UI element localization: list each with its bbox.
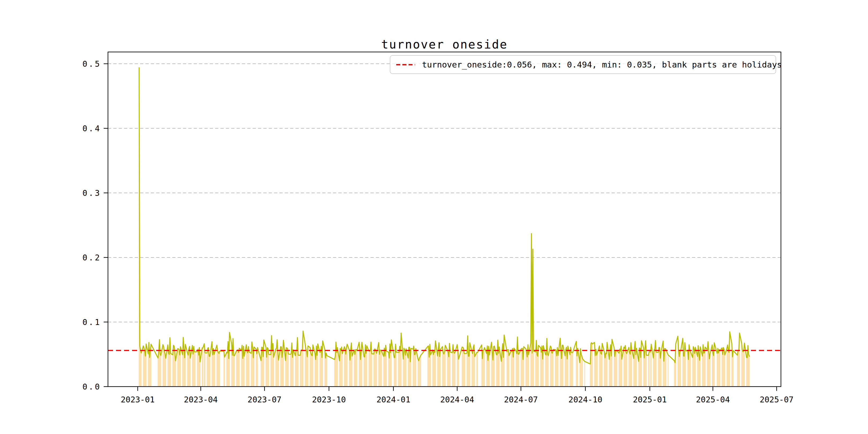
svg-text:2025-04: 2025-04 bbox=[696, 395, 730, 404]
figure: 2023-012023-042023-072023-102024-012024-… bbox=[0, 0, 868, 434]
line-series bbox=[139, 68, 749, 364]
svg-text:2024-04: 2024-04 bbox=[440, 395, 474, 404]
y-axis-ticks bbox=[104, 64, 108, 386]
svg-text:2024-01: 2024-01 bbox=[376, 395, 410, 404]
svg-text:0.0: 0.0 bbox=[83, 382, 101, 392]
legend: turnover_oneside:0.056, max: 0.494, min:… bbox=[390, 55, 776, 74]
svg-text:2025-01: 2025-01 bbox=[633, 395, 666, 404]
svg-text:2024-07: 2024-07 bbox=[504, 395, 538, 404]
svg-text:2025-07: 2025-07 bbox=[760, 395, 794, 404]
x-axis-labels: 2023-012023-042023-072023-102024-012024-… bbox=[121, 395, 794, 404]
svg-text:0.5: 0.5 bbox=[83, 59, 101, 69]
y-axis-labels: 0.00.10.20.30.40.5 bbox=[83, 59, 101, 392]
legend-label: turnover_oneside:0.056, max: 0.494, min:… bbox=[422, 60, 782, 69]
svg-text:0.2: 0.2 bbox=[83, 253, 101, 262]
axes-frame bbox=[108, 52, 781, 386]
svg-text:0.4: 0.4 bbox=[83, 124, 101, 133]
x-axis-ticks bbox=[138, 386, 777, 391]
svg-text:2024-10: 2024-10 bbox=[568, 395, 602, 404]
svg-text:2023-07: 2023-07 bbox=[248, 395, 281, 404]
svg-text:2023-04: 2023-04 bbox=[184, 395, 218, 404]
legend-dashed-line-icon bbox=[396, 64, 415, 65]
svg-text:0.1: 0.1 bbox=[83, 317, 101, 327]
svg-text:2023-10: 2023-10 bbox=[312, 395, 346, 404]
gridlines bbox=[108, 64, 781, 322]
svg-text:0.3: 0.3 bbox=[83, 188, 101, 198]
svg-text:2023-01: 2023-01 bbox=[121, 395, 155, 404]
chart-title: turnover oneside bbox=[337, 37, 552, 51]
